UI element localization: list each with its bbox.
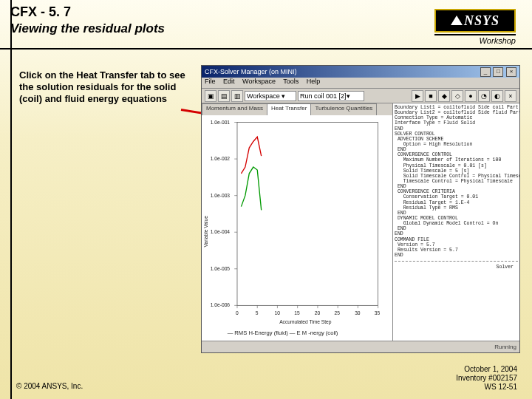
tab-turbulence-quantities[interactable]: Turbulence Quantities (310, 103, 377, 115)
menu-workspace[interactable]: Workspace (242, 78, 276, 85)
ytick-5: 1.0e-001 (211, 120, 231, 125)
tool-e-icon[interactable]: ◐ (491, 90, 503, 102)
window-titlebar: CFX-Solver Manager (on MINI) _ □ × (202, 66, 519, 78)
workshop-label: Workshop (434, 34, 516, 45)
run-combo-value: Run coil 001 [2] (300, 92, 347, 100)
solver-output-pane: Boundary List1 = coiltofluid Side coil P… (393, 103, 519, 341)
ansys-logo-text: NSYS (464, 13, 499, 29)
tool-open-icon[interactable]: ▤ (218, 90, 230, 102)
ytick-4: 1.0e-002 (211, 156, 231, 161)
ansys-logo: NSYS (434, 9, 516, 33)
svg-rect-0 (237, 123, 378, 306)
tab-momentum-and-mass[interactable]: Momentum and Mass (202, 103, 267, 115)
minimize-button[interactable]: _ (480, 67, 491, 77)
tool-close-icon[interactable]: × (505, 90, 516, 102)
window-title: CFX-Solver Manager (on MINI) (205, 68, 297, 75)
ytick-3: 1.0e-003 (211, 193, 231, 198)
xtick-6: 30 (355, 310, 361, 316)
tool-stop-icon[interactable]: ■ (425, 90, 437, 102)
tool-c-icon[interactable]: ● (465, 90, 477, 102)
tool-new-icon[interactable]: ▣ (205, 90, 216, 102)
x-axis-label: Accumulated Time Step (279, 319, 332, 325)
status-text: Running (494, 344, 516, 350)
menu-file[interactable]: File (205, 78, 216, 85)
footer-inventory: Inventory #002157 (456, 374, 517, 383)
left-rule (10, 0, 12, 399)
chart-legend: — RMS H-Energy (fluid) — E M -nergy (coi… (228, 330, 338, 336)
footer-right: October 1, 2004 Inventory #002157 WS 12-… (456, 365, 517, 392)
ytick-2: 1.0e-004 (211, 229, 231, 234)
residual-chart: 1.0e-006 1.0e-005 1.0e-004 1.0e-003 1.0e… (202, 115, 392, 341)
ansys-logo-triangle-icon (451, 16, 463, 25)
solver-stage: Solver (395, 265, 518, 270)
instruction-text: Click on the Heat Transfer tab to see th… (19, 69, 185, 105)
close-button[interactable]: × (506, 67, 516, 77)
xtick-5: 25 (335, 310, 341, 316)
xtick-1: 5 (256, 310, 259, 316)
plot-pane: Momentum and Mass Heat Transfer Turbulen… (202, 103, 393, 341)
tool-save-icon[interactable]: ▥ (231, 90, 243, 102)
plot-area: 1.0e-006 1.0e-005 1.0e-004 1.0e-003 1.0e… (202, 115, 392, 341)
tool-d-icon[interactable]: ◔ (478, 90, 490, 102)
workspace-combo[interactable]: Workspace ▾ (245, 91, 296, 101)
copyright: © 2004 ANSYS, Inc. (16, 382, 83, 390)
tab-heat-transfer[interactable]: Heat Transfer (267, 103, 311, 115)
menu-tools[interactable]: Tools (283, 78, 299, 85)
statusbar: Running (202, 341, 519, 352)
tool-run-icon[interactable]: ▶ (412, 90, 423, 102)
menu-help[interactable]: Help (307, 78, 321, 85)
solver-output-text: Boundary List1 = coiltofluid Side coil P… (395, 105, 518, 258)
xtick-4: 20 (315, 310, 321, 316)
menu-edit[interactable]: Edit (223, 78, 235, 85)
header-rule (0, 48, 532, 50)
maximize-button[interactable]: □ (493, 67, 503, 77)
menubar: File Edit Workspace Tools Help (202, 78, 519, 89)
window-buttons: _ □ × (480, 67, 516, 77)
run-combo[interactable]: Run coil 001 [2] ▾ (298, 91, 364, 101)
tool-a-icon[interactable]: ◆ (438, 90, 450, 102)
solver-output-separator (395, 261, 518, 262)
tool-b-icon[interactable]: ◇ (451, 90, 463, 102)
workarea: Momentum and Mass Heat Transfer Turbulen… (202, 103, 519, 341)
y-axis-label: Variable Value (203, 216, 208, 248)
xtick-3: 15 (294, 310, 300, 316)
footer-slide: WS 12-51 (456, 383, 517, 392)
xtick-2: 10 (275, 310, 281, 316)
solver-manager-window: CFX-Solver Manager (on MINI) _ □ × File … (201, 65, 520, 353)
toolbar: ▣ ▤ ▥ Workspace ▾ Run coil 001 [2] ▾ ▶ ■… (202, 89, 519, 103)
xtick-7: 35 (375, 310, 381, 316)
ytick-0: 1.0e-006 (211, 302, 231, 307)
xtick-0: 0 (236, 310, 239, 316)
plot-tabs: Momentum and Mass Heat Transfer Turbulen… (202, 103, 392, 116)
footer-date: October 1, 2004 (456, 365, 517, 374)
ytick-1: 1.0e-005 (211, 266, 231, 271)
